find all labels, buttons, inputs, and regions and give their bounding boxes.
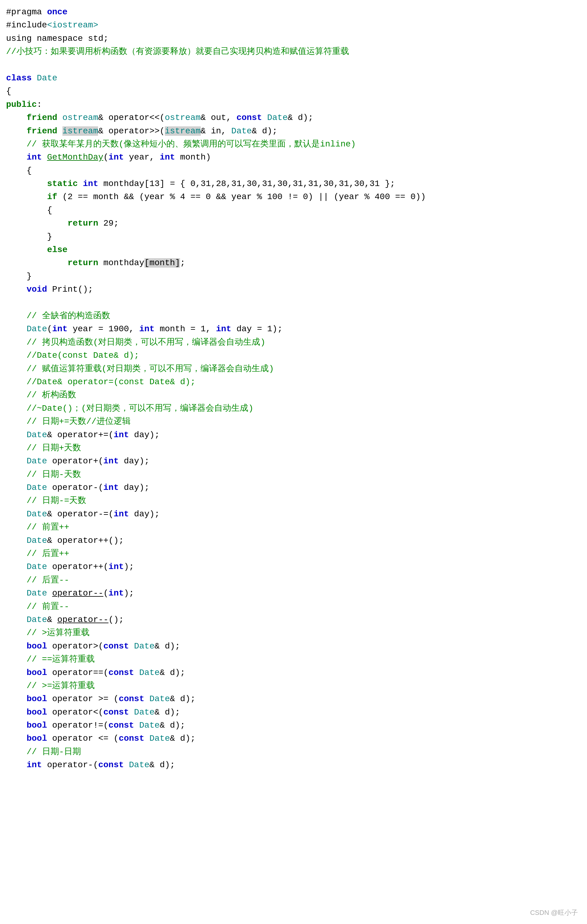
line-1: #pragma once bbox=[6, 7, 68, 17]
line-36: // 日期-天数 bbox=[6, 470, 81, 479]
line-17: return 29; bbox=[6, 219, 119, 228]
line-32: // 日期+=天数//进位逻辑 bbox=[6, 417, 131, 426]
line-8: public: bbox=[6, 100, 42, 109]
line-29: //Date& operator=(const Date& d); bbox=[6, 377, 195, 387]
line-56: bool operator <= (const Date& d); bbox=[6, 734, 195, 743]
line-39: Date& operator-=(int day); bbox=[6, 509, 160, 519]
line-22: void Print(); bbox=[6, 285, 93, 294]
line-43: Date operator++(int); bbox=[6, 562, 134, 571]
line-12: int GetMonthDay(int year, int month) bbox=[6, 152, 211, 162]
line-14: static int monthday[13] = { 0,31,28,31,3… bbox=[6, 179, 395, 188]
line-25: Date(int year = 1900, int month = 1, int… bbox=[6, 324, 283, 334]
line-16: { bbox=[6, 206, 52, 215]
code-container: #pragma once #include<iostream> using na… bbox=[6, 5, 581, 772]
line-50: // ==运算符重载 bbox=[6, 655, 95, 664]
line-19: else bbox=[6, 245, 68, 254]
line-4: //小技巧：如果要调用析构函数（有资源要释放）就要自己实现拷贝构造和赋值运算符重… bbox=[6, 47, 349, 56]
line-26: // 拷贝构造函数(对日期类，可以不用写，编译器会自动生成) bbox=[6, 338, 265, 347]
line-18: } bbox=[6, 232, 52, 241]
line-46: // 前置-- bbox=[6, 602, 69, 611]
line-49: bool operator>(const Date& d); bbox=[6, 642, 180, 651]
line-58: int operator-(const Date& d); bbox=[6, 760, 175, 770]
line-9: friend ostream& operator<<(ostream& out,… bbox=[6, 113, 313, 122]
line-10: friend istream& operator>>(istream& in, … bbox=[6, 126, 278, 136]
line-30: // 析构函数 bbox=[6, 390, 76, 400]
line-34: // 日期+天数 bbox=[6, 443, 81, 453]
line-28: // 赋值运算符重载(对日期类，可以不用写，编译器会自动生成) bbox=[6, 364, 274, 374]
line-35: Date operator+(int day); bbox=[6, 456, 150, 466]
line-15: if (2 == month && (year % 4 == 0 && year… bbox=[6, 192, 426, 201]
line-27: //Date(const Date& d); bbox=[6, 351, 139, 360]
line-20: return monthday[month]; bbox=[6, 258, 185, 267]
line-38: // 日期-=天数 bbox=[6, 496, 86, 505]
line-37: Date operator-(int day); bbox=[6, 483, 150, 492]
line-55: bool operator!=(const Date& d); bbox=[6, 721, 185, 730]
line-3: using namespace std; bbox=[6, 34, 108, 43]
line-6: class Date bbox=[6, 73, 57, 83]
line-52: // >=运算符重载 bbox=[6, 681, 95, 690]
line-54: bool operator<(const Date& d); bbox=[6, 708, 180, 717]
line-47: Date& operator--(); bbox=[6, 615, 124, 624]
line-42: // 后置++ bbox=[6, 549, 69, 558]
line-51: bool operator==(const Date& d); bbox=[6, 668, 185, 677]
line-33: Date& operator+=(int day); bbox=[6, 430, 160, 440]
line-31: //~Date()；(对日期类，可以不用写，编译器会自动生成) bbox=[6, 404, 253, 413]
line-45: Date operator--(int); bbox=[6, 589, 134, 598]
line-53: bool operator >= (const Date& d); bbox=[6, 694, 195, 704]
line-11: // 获取某年某月的天数(像这种短小的、频繁调用的可以写在类里面，默认是inli… bbox=[6, 139, 356, 149]
line-57: // 日期-日期 bbox=[6, 747, 81, 757]
line-40: // 前置++ bbox=[6, 522, 69, 532]
line-2: #include<iostream> bbox=[6, 20, 98, 30]
line-48: // >运算符重载 bbox=[6, 628, 89, 637]
line-21: } bbox=[6, 272, 32, 281]
line-7: { bbox=[6, 86, 11, 96]
line-13: { bbox=[6, 166, 32, 175]
line-41: Date& operator++(); bbox=[6, 536, 124, 545]
line-24: // 全缺省的构造函数 bbox=[6, 311, 110, 320]
line-44: // 后置-- bbox=[6, 576, 69, 585]
